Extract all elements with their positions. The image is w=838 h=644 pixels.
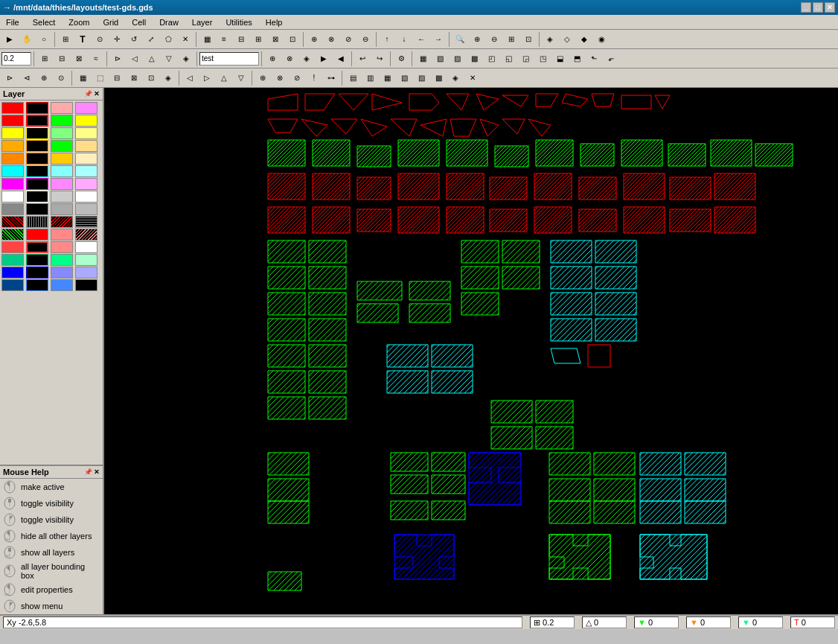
tool-h[interactable]: ⊗ [323,31,339,48]
tool-e[interactable]: ⊠ [267,31,284,48]
r25[interactable]: ▩ [430,70,447,86]
layer-cell-12[interactable] [75,127,97,139]
layer-cell-47[interactable] [51,241,73,253]
misc1[interactable]: ▦ [415,51,431,67]
window-controls[interactable]: _ □ ✕ [801,2,835,13]
layer-cell-21[interactable] [1,165,24,177]
tool-b[interactable]: ≡ [216,31,232,48]
zoom-full[interactable]: ⊡ [520,31,537,48]
r13[interactable]: △ [216,70,232,86]
layer-cell-38[interactable] [26,216,48,228]
cell-btn1[interactable]: ⊕ [264,51,281,67]
r16[interactable]: ⊗ [272,70,288,86]
layer-cell-52[interactable] [75,254,97,266]
polygon-tool[interactable]: ⬠ [160,31,176,48]
layer-cell-20[interactable] [75,153,97,165]
layer-cell-19[interactable] [51,153,73,165]
zoom-input[interactable] [1,52,31,66]
t4[interactable]: ▽ [161,51,177,67]
layer-cell-13[interactable] [1,140,24,152]
arrow-dn[interactable]: ↓ [396,31,412,48]
r2[interactable]: ⊲ [19,70,35,86]
layer-cell-56[interactable] [75,267,97,278]
r22[interactable]: ▦ [379,70,395,86]
r1[interactable]: ⊳ [1,70,18,86]
layer-cell-24[interactable] [75,165,97,177]
r5[interactable]: ▦ [74,70,91,86]
layer-cell-16[interactable] [75,140,97,152]
layer-cell-28[interactable] [75,178,97,190]
menu-select[interactable]: Select [30,17,59,28]
layer-cell-33[interactable] [1,203,24,215]
arrow-left[interactable]: ← [413,31,429,48]
layer-cell-15[interactable] [51,140,73,152]
layer-cell-43[interactable] [51,229,73,240]
cell-btn2[interactable]: ⊗ [281,51,298,67]
layer-cell-29[interactable] [1,191,24,203]
layer-cell-3[interactable] [51,102,73,114]
arrow-up[interactable]: ↑ [379,31,395,48]
menu-help[interactable]: Help [263,17,286,28]
layer-cell-58[interactable] [26,279,48,291]
layer-cell-36[interactable] [75,203,97,215]
layer-cell-1[interactable] [1,102,24,114]
cell-btn5[interactable]: ◀ [333,51,349,67]
t3[interactable]: △ [144,51,160,67]
tool3[interactable]: ⊙ [92,31,108,48]
r14[interactable]: ▽ [233,70,249,86]
layer-cell-31[interactable] [51,191,73,203]
layer-cell-9[interactable] [1,127,24,139]
t2[interactable]: ◁ [127,51,143,67]
layer-cell-34[interactable] [26,203,48,215]
zoom-search[interactable]: 🔍 [452,31,468,48]
grid-set[interactable]: ⊠ [71,51,87,67]
delete-tool[interactable]: ✕ [177,31,193,48]
misc2[interactable]: ▧ [432,51,448,67]
r7[interactable]: ⊟ [109,70,125,86]
layer-cell-55[interactable] [51,267,73,278]
layer-cell-54[interactable] [26,267,48,278]
layer-close-btn[interactable]: ✕ [94,90,100,98]
layer-cell-27[interactable] [51,178,73,190]
layer-cell-45[interactable] [1,241,24,253]
layer-cell-4[interactable] [75,102,97,114]
tool-j[interactable]: ⊖ [357,31,374,48]
misc3[interactable]: ▨ [449,51,465,67]
mouse-help-pin[interactable]: 📌 [84,468,92,476]
misc8[interactable]: ◳ [534,51,551,67]
zoom-in[interactable]: ⊕ [469,31,485,48]
snap-btn[interactable]: ⊞ [36,51,53,67]
menu-cell[interactable]: Cell [129,17,149,28]
tool-d[interactable]: ⊞ [250,31,266,48]
r8[interactable]: ⊠ [126,70,142,86]
layer-cell-14[interactable] [26,140,48,152]
misc7[interactable]: ◲ [517,51,534,67]
circle-tool[interactable]: ○ [36,31,52,48]
layer-cell-57[interactable] [1,279,24,291]
misc4[interactable]: ▩ [466,51,482,67]
layer-cell-5[interactable] [1,115,24,127]
grid-snap[interactable]: ⊟ [54,51,70,67]
pan-tool[interactable]: ✋ [19,31,35,48]
layer-cell-59[interactable] [51,279,73,291]
grid-btn[interactable]: ⊞ [57,31,74,48]
layer-cell-46[interactable] [26,241,48,253]
r20[interactable]: ▤ [345,70,361,86]
tool-f[interactable]: ⊡ [284,31,301,48]
menu-draw[interactable]: Draw [156,17,182,28]
r11[interactable]: ◁ [182,70,198,86]
layer-cell-7[interactable] [51,115,73,127]
layer-cell-11[interactable] [51,127,73,139]
r10[interactable]: ◈ [160,70,176,86]
grid-vis[interactable]: ≈ [88,51,104,67]
redo-btn[interactable]: ↪ [371,51,388,67]
maximize-button[interactable]: □ [813,2,823,13]
r9[interactable]: ⊡ [143,70,159,86]
tool-c[interactable]: ⊟ [233,31,249,48]
menu-file[interactable]: File [3,17,22,28]
tool-i[interactable]: ⊘ [340,31,356,48]
misc10[interactable]: ⬒ [569,51,585,67]
close-button[interactable]: ✕ [825,2,835,13]
r26[interactable]: ◈ [447,70,464,86]
t1[interactable]: ⊳ [109,51,126,67]
